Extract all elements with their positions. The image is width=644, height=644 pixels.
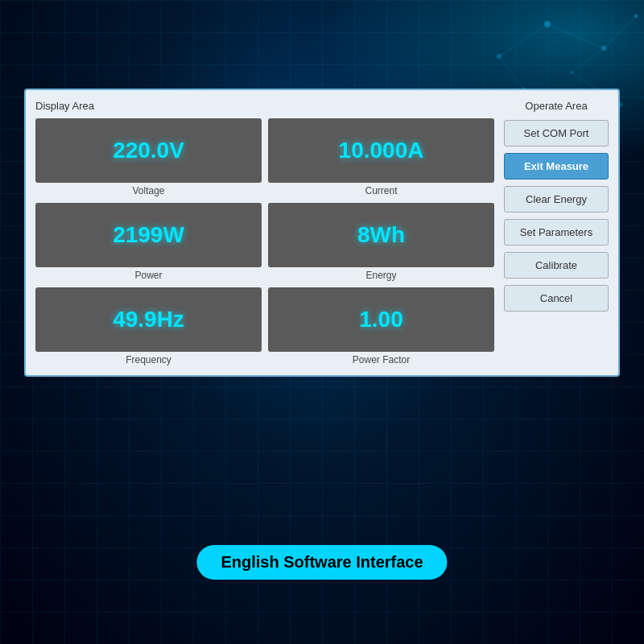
display-grid: 220.0VVoltage10.000ACurrent2199WPower8Wh… (35, 118, 494, 365)
cell-wrapper-5: 1.00Power Factor (268, 287, 494, 365)
display-value-0: 220.0V (113, 138, 184, 163)
cell-wrapper-4: 49.9HzFrequency (35, 287, 262, 365)
exit-measure-button[interactable]: Exit Measure (504, 153, 609, 180)
display-area: Display Area 220.0VVoltage10.000ACurrent… (35, 100, 494, 365)
buttons-container: Set COM PortExit MeasureClear EnergySet … (504, 120, 609, 318)
display-value-1: 10.000A (339, 138, 424, 163)
display-value-4: 49.9Hz (113, 307, 184, 332)
cell-label-2: Power (134, 270, 162, 281)
cell-wrapper-3: 8WhEnergy (268, 203, 494, 281)
display-value-3: 8Wh (357, 222, 405, 248)
cell-wrapper-2: 2199WPower (35, 203, 262, 281)
main-window: Display Area 220.0VVoltage10.000ACurrent… (24, 89, 620, 377)
display-cell-1: 10.000A (268, 118, 494, 183)
svg-line-7 (547, 24, 604, 48)
cell-wrapper-1: 10.000ACurrent (268, 118, 494, 196)
set-com-port-button[interactable]: Set COM Port (504, 120, 609, 147)
svg-line-8 (604, 16, 636, 48)
calibrate-button[interactable]: Calibrate (504, 252, 609, 279)
display-cell-2: 2199W (35, 203, 262, 267)
cancel-button[interactable]: Cancel (504, 285, 609, 312)
display-value-5: 1.00 (359, 307, 403, 332)
set-parameters-button[interactable]: Set Parameters (504, 219, 609, 246)
display-cell-0: 220.0V (35, 118, 262, 183)
display-value-2: 2199W (113, 222, 184, 248)
display-area-label: Display Area (35, 100, 494, 112)
cell-label-1: Current (365, 185, 397, 196)
display-cell-5: 1.00 (268, 287, 494, 352)
operate-area: Operate Area Set COM PortExit MeasureCle… (504, 100, 609, 365)
cell-label-4: Frequency (126, 354, 171, 365)
cell-label-5: Power Factor (353, 354, 410, 365)
cell-label-3: Energy (365, 270, 396, 281)
clear-energy-button[interactable]: Clear Energy (504, 186, 609, 213)
display-cell-3: 8Wh (268, 203, 494, 267)
cell-label-0: Voltage (132, 185, 164, 196)
svg-line-9 (499, 24, 547, 56)
operate-area-label: Operate Area (504, 100, 609, 112)
display-cell-4: 49.9Hz (35, 287, 262, 352)
cell-wrapper-0: 220.0VVoltage (35, 118, 262, 196)
footer-area: English Software Interface (196, 545, 447, 580)
svg-line-13 (499, 56, 523, 89)
svg-line-10 (572, 48, 604, 72)
footer-label: English Software Interface (196, 545, 447, 580)
